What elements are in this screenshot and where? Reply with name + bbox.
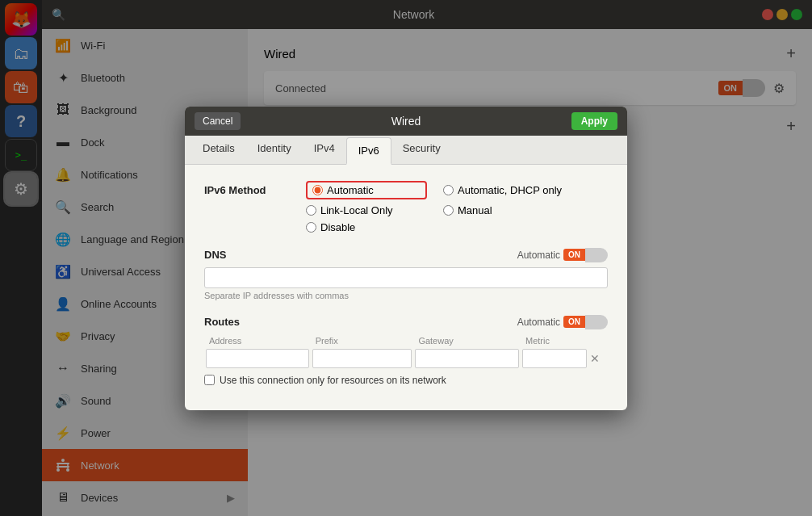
only-resources-label[interactable]: Use this connection only for resources o… <box>220 375 446 386</box>
radio-disable-input[interactable] <box>306 222 316 233</box>
radio-link-local[interactable]: Link-Local Only <box>306 204 427 216</box>
radio-automatic[interactable]: Automatic <box>306 181 427 199</box>
modal-title: Wired <box>241 115 571 128</box>
radio-manual-input[interactable] <box>443 205 454 216</box>
radio-manual[interactable]: Manual <box>443 204 564 216</box>
tab-ipv6[interactable]: IPv6 <box>346 137 391 165</box>
route-delete-cell: ✕ <box>588 347 608 370</box>
ipv6-method-label: IPv6 Method <box>204 181 293 196</box>
dns-toggle-track[interactable] <box>585 248 608 262</box>
routes-section: Routes Automatic ON Address Prefix Gatew… <box>204 315 608 386</box>
routes-header-row: Address Prefix Gateway Metric <box>204 334 608 347</box>
tab-ipv4[interactable]: IPv4 <box>303 136 346 165</box>
dns-title: DNS <box>204 249 226 261</box>
col-address: Address <box>204 334 311 347</box>
route-gateway-input[interactable] <box>415 349 519 368</box>
ipv6-method-row: IPv6 Method Automatic Automatic, DHCP on… <box>204 181 608 233</box>
col-del <box>588 334 608 347</box>
modal-cancel-button[interactable]: Cancel <box>195 112 241 130</box>
route-metric-cell <box>521 347 588 370</box>
modal-body: IPv6 Method Automatic Automatic, DHCP on… <box>185 165 627 410</box>
radio-manual-label: Manual <box>458 204 492 216</box>
modal-overlay: Cancel Wired Apply Details Identity IPv4… <box>0 0 812 516</box>
dns-input[interactable] <box>204 267 608 288</box>
route-delete-button[interactable]: ✕ <box>590 352 600 365</box>
radio-link-local-input[interactable] <box>306 205 316 216</box>
route-prefix-input[interactable] <box>312 349 412 368</box>
route-prefix-cell <box>311 347 414 370</box>
modal-tabs: Details Identity IPv4 IPv6 Security <box>185 136 627 165</box>
routes-toggle-group: Automatic ON <box>517 315 608 329</box>
radio-auto-dhcp[interactable]: Automatic, DHCP only <box>443 181 564 199</box>
dns-toggle-label: Automatic <box>517 250 560 261</box>
routes-title: Routes <box>204 316 240 328</box>
radio-automatic-input[interactable] <box>312 185 323 195</box>
modal-apply-button[interactable]: Apply <box>571 112 617 130</box>
radio-automatic-label: Automatic <box>327 184 374 196</box>
route-gateway-cell <box>413 347 521 370</box>
routes-toggle-on-btn[interactable]: ON <box>563 316 585 328</box>
tab-security[interactable]: Security <box>391 136 452 165</box>
dns-hint: Separate IP addresses with commas <box>204 291 608 300</box>
routes-toggle-track[interactable] <box>585 315 608 329</box>
route-address-input[interactable] <box>206 349 309 368</box>
route-address-cell <box>204 347 311 370</box>
dns-toggle-group: Automatic ON <box>517 248 608 262</box>
checkbox-row: Use this connection only for resources o… <box>204 375 608 386</box>
routes-thead: Address Prefix Gateway Metric <box>204 334 608 347</box>
dns-section: DNS Automatic ON Separate IP addresses w… <box>204 248 608 300</box>
routes-tbody: ✕ <box>204 347 608 370</box>
col-gateway: Gateway <box>413 334 521 347</box>
routes-toggle-label: Automatic <box>517 317 560 328</box>
radio-link-local-label: Link-Local Only <box>320 204 393 216</box>
modal-titlebar: Cancel Wired Apply <box>185 107 627 136</box>
tab-details[interactable]: Details <box>191 136 246 165</box>
only-resources-checkbox[interactable] <box>204 375 215 385</box>
radio-auto-dhcp-label: Automatic, DHCP only <box>458 184 562 196</box>
route-metric-input[interactable] <box>522 349 587 368</box>
wired-dialog: Cancel Wired Apply Details Identity IPv4… <box>185 107 627 410</box>
routes-table: Address Prefix Gateway Metric <box>204 334 608 370</box>
ipv6-method-options: Automatic Automatic, DHCP only Link-Loca… <box>306 181 608 233</box>
routes-header: Routes Automatic ON <box>204 315 608 329</box>
radio-disable[interactable]: Disable <box>306 221 427 233</box>
table-row: ✕ <box>204 347 608 370</box>
col-prefix: Prefix <box>311 334 414 347</box>
col-metric: Metric <box>521 334 588 347</box>
tab-identity[interactable]: Identity <box>246 136 303 165</box>
dns-header: DNS Automatic ON <box>204 248 608 262</box>
radio-disable-label: Disable <box>320 221 355 233</box>
dns-toggle-on-btn[interactable]: ON <box>563 249 585 261</box>
radio-auto-dhcp-input[interactable] <box>443 185 454 195</box>
